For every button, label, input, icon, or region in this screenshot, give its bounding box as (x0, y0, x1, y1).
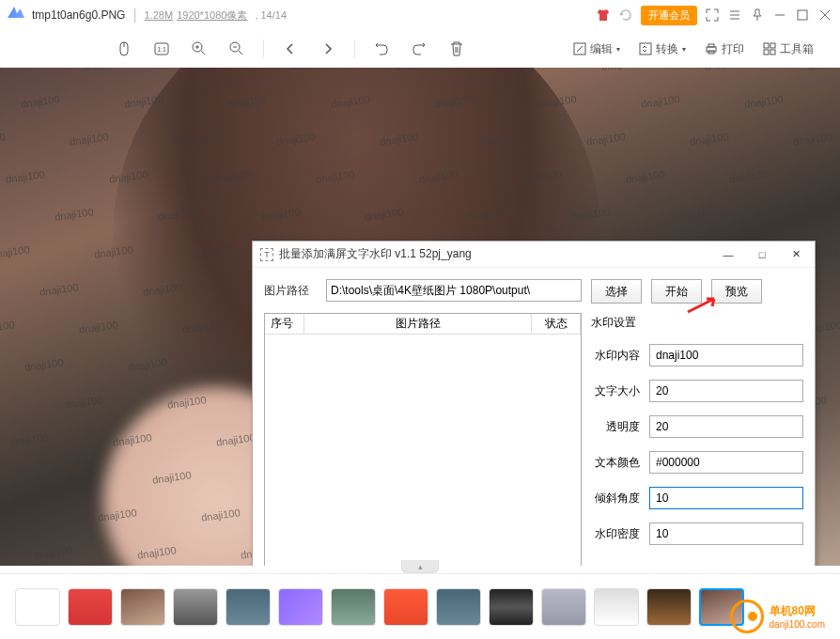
watermark-text: dnaji100 (600, 68, 641, 72)
watermark-text: dnaji100 (23, 356, 64, 373)
watermark-text: dnaji100 (625, 168, 665, 185)
delete-icon[interactable] (440, 32, 474, 66)
watermark-text: dnaji100 (792, 131, 832, 148)
dialog-minimize-icon[interactable]: — (717, 245, 739, 264)
content-input[interactable] (649, 344, 803, 366)
convert-button[interactable]: 转换▾ (631, 32, 693, 66)
path-input[interactable] (326, 279, 582, 302)
angle-label: 倾斜角度 (591, 491, 649, 507)
col-index[interactable]: 序号 (265, 314, 304, 334)
dialog-close-icon[interactable]: ✕ (785, 245, 807, 264)
actual-size-icon[interactable]: 1:1 (145, 32, 179, 66)
fullscreen-icon[interactable] (705, 8, 720, 23)
watermark-text: dnaji100 (0, 68, 21, 72)
rotate-right-icon[interactable] (402, 32, 436, 66)
svg-rect-10 (708, 44, 714, 47)
watermark-text: dnaji100 (33, 544, 73, 561)
site-url: danji100.com (770, 619, 825, 630)
watermark-text: dnaji100 (8, 431, 49, 448)
thumbnail[interactable] (173, 588, 218, 626)
preview-button[interactable]: 预览 (711, 279, 762, 304)
thumbnail-strip: 单机80网 danji100.com (0, 573, 840, 639)
density-input[interactable] (649, 522, 803, 545)
image-canvas[interactable]: dnaji100dnaji100dnaji100dnaji100dnaji100… (0, 68, 840, 566)
watermark-text: dnaji100 (0, 131, 6, 148)
edit-button[interactable]: 编辑▾ (566, 32, 628, 66)
dialog-title: 批量添加满屏文字水印 v1.1 52pj_yang (279, 246, 472, 262)
app-logo-icon (8, 7, 24, 23)
watermark-text: dnaji100 (704, 68, 744, 72)
print-button[interactable]: 打印 (697, 32, 752, 66)
refresh-icon[interactable] (618, 8, 633, 23)
minimize-icon[interactable] (772, 8, 787, 23)
color-label: 文本颜色 (591, 455, 649, 471)
thumbnail-toggle[interactable]: ▴ (401, 560, 439, 573)
file-table[interactable]: 序号 图片路径 状态 <> (264, 313, 582, 566)
opacity-input[interactable] (649, 415, 803, 438)
file-name: tmp1t0an6g0.PNG (32, 8, 125, 22)
site-logo-icon (730, 600, 764, 633)
zoom-in-icon[interactable] (182, 32, 216, 66)
watermark-text: dnaji100 (84, 68, 124, 72)
watermark-text: dnaji100 (39, 281, 79, 298)
watermark-text: dnaji100 (585, 131, 626, 148)
svg-rect-12 (764, 43, 769, 48)
opacity-label: 透明度 (591, 419, 649, 435)
rotate-left-icon[interactable] (365, 32, 398, 66)
watermark-text: dnaji100 (777, 206, 817, 223)
svg-rect-8 (640, 43, 651, 55)
thumbnail[interactable] (594, 588, 639, 626)
prev-icon[interactable] (273, 32, 307, 66)
watermark-text: dnaji100 (0, 507, 34, 523)
watermark-text: dnaji100 (0, 319, 15, 335)
tshirt-icon[interactable] (596, 8, 611, 23)
titlebar: tmp1t0an6g0.PNG | 1.28M 1920*1080像素 , 14… (0, 0, 840, 30)
angle-input[interactable] (649, 487, 803, 509)
watermark-text: dnaji100 (689, 131, 729, 148)
watermark-text: dnaji100 (743, 93, 784, 110)
maximize-icon[interactable] (795, 8, 810, 23)
watermark-text: dnaji100 (69, 131, 109, 148)
start-button[interactable]: 开始 (651, 279, 702, 304)
svg-rect-15 (770, 50, 775, 55)
thumbnail[interactable] (489, 588, 534, 626)
thumbnail[interactable] (278, 588, 323, 626)
close-icon[interactable] (817, 8, 832, 23)
thumbnail[interactable] (541, 588, 586, 626)
watermark-text: dnaji100 (63, 394, 103, 411)
watermark-dialog: T 批量添加满屏文字水印 v1.1 52pj_yang — □ ✕ 图片路径 序… (252, 241, 816, 566)
thumbnail[interactable] (383, 588, 428, 626)
col-status[interactable]: 状态 (532, 314, 581, 334)
size-input[interactable] (649, 380, 803, 402)
thumbnail[interactable] (120, 588, 165, 626)
pin-icon[interactable] (750, 8, 765, 23)
thumbnail[interactable] (436, 588, 481, 626)
density-label: 水印密度 (591, 526, 649, 542)
watermark-text: dnaji100 (78, 319, 118, 335)
color-input[interactable] (649, 451, 803, 474)
zoom-out-icon[interactable] (220, 32, 254, 66)
thumbnail[interactable] (331, 588, 376, 626)
vip-button[interactable]: 开通会员 (641, 6, 697, 25)
thumbnail[interactable] (226, 588, 271, 626)
toolbox-button[interactable]: 工具箱 (755, 32, 821, 66)
watermark-text: dnaji100 (728, 168, 769, 185)
file-dimensions[interactable]: 1920*1080像素 (177, 8, 247, 23)
select-button[interactable]: 选择 (591, 279, 642, 304)
thumbnail[interactable] (68, 588, 113, 626)
site-badge: 单机80网 danji100.com (730, 600, 825, 633)
svg-rect-13 (770, 43, 775, 48)
mouse-icon[interactable] (107, 32, 141, 66)
watermark-text: dnaji100 (807, 68, 840, 72)
col-path[interactable]: 图片路径 (304, 314, 532, 334)
site-name: 单机80网 (770, 603, 825, 619)
watermark-text: dnaji100 (832, 168, 840, 185)
next-icon[interactable] (311, 32, 345, 66)
dialog-titlebar[interactable]: T 批量添加满屏文字水印 v1.1 52pj_yang — □ ✕ (253, 242, 815, 268)
thumbnail[interactable] (646, 588, 692, 626)
file-size[interactable]: 1.28M (145, 9, 174, 21)
thumbnail[interactable] (15, 588, 60, 626)
toolbar: 1:1 编辑▾ 转换▾ 打印 工具箱 (0, 30, 840, 68)
dialog-maximize-icon[interactable]: □ (751, 245, 773, 264)
menu-icon[interactable] (727, 8, 742, 23)
